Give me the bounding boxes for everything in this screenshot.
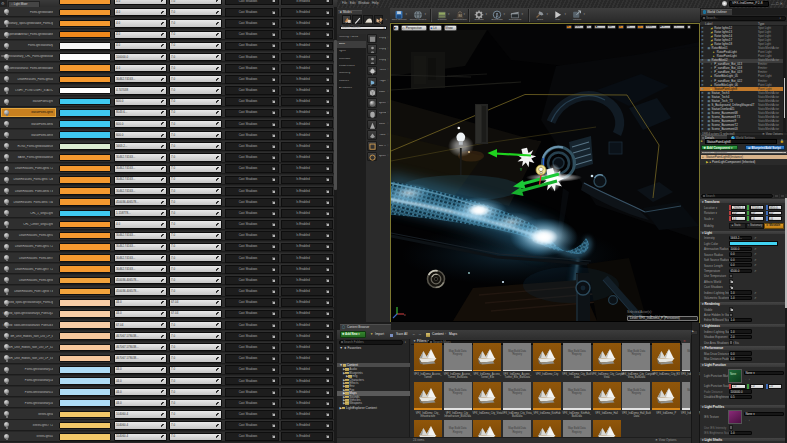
- svg-text:Selected Actor(s):: Selected Actor(s):: [627, 310, 652, 314]
- svg-text:Y: Y: [520, 168, 522, 172]
- svg-text:β: β: [496, 12, 499, 17]
